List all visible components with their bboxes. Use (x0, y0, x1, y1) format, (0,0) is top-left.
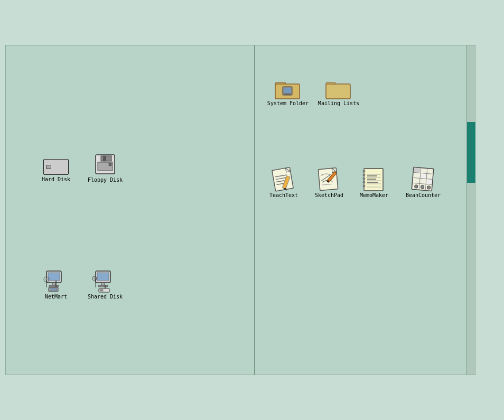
svg-rect-66 (414, 167, 421, 172)
mailing-lists-icon-item[interactable]: Mailing Lists (318, 77, 360, 106)
teachtext-icon-item[interactable]: TeachText (263, 167, 305, 198)
svg-point-69 (414, 185, 418, 189)
hard-disk-label: Hard Disk (42, 176, 70, 182)
svg-rect-6 (48, 273, 60, 281)
svg-rect-7 (52, 283, 55, 285)
memomaker-label: MemoMaker (360, 192, 388, 198)
memomaker-icon-item[interactable]: MemoMaker (353, 167, 395, 198)
sketchpad-label: SketchPad (315, 192, 343, 198)
mailing-lists-label: Mailing Lists (318, 100, 359, 106)
svg-point-70 (421, 185, 424, 189)
svg-rect-29 (284, 94, 291, 95)
teachtext-icon (271, 167, 296, 191)
svg-rect-45 (364, 169, 383, 191)
beancounter-icon (410, 167, 436, 191)
beancounter-icon-item[interactable]: BeanCounter (402, 167, 444, 198)
left-panel: Hard Disk (6, 45, 254, 375)
floppy-disk-label: Floppy Disk (88, 177, 123, 183)
sketchpad-icon-item[interactable]: SketchPad (308, 167, 350, 198)
svg-rect-68 (426, 180, 432, 184)
netmart-label: NetMart (45, 294, 67, 300)
hard-disk-icon-item[interactable]: Hard Disk (35, 159, 77, 182)
sketchpad-icon (316, 167, 342, 191)
svg-rect-17 (101, 283, 105, 285)
system-folder-icon-item[interactable]: System Folder (267, 77, 309, 106)
svg-rect-8 (49, 285, 59, 287)
svg-rect-11 (50, 288, 57, 291)
system-folder-icon (274, 77, 302, 99)
scrollbar[interactable] (466, 45, 475, 375)
shared-disk-icon (91, 270, 119, 293)
shared-disk-icon-item[interactable]: Shared Disk (84, 270, 126, 300)
svg-rect-21 (100, 290, 103, 291)
svg-rect-4 (109, 163, 111, 166)
svg-point-23 (94, 277, 96, 279)
svg-rect-28 (284, 88, 291, 93)
netmart-icon (42, 270, 70, 293)
svg-rect-3 (103, 156, 106, 161)
netmart-icon-item[interactable]: NetMart (35, 270, 77, 300)
memomaker-icon (361, 167, 387, 191)
right-panel: System Folder Mailing Lists (255, 45, 475, 375)
beancounter-label: BeanCounter (406, 192, 441, 198)
svg-rect-16 (97, 273, 109, 281)
hard-disk-icon (43, 159, 69, 175)
floppy-disk-icon (94, 154, 116, 176)
system-folder-label: System Folder (267, 100, 309, 106)
scrollbar-thumb[interactable] (467, 122, 475, 183)
svg-point-71 (427, 186, 431, 190)
shared-disk-label: Shared Disk (88, 294, 123, 300)
floppy-disk-icon-item[interactable]: Floppy Disk (84, 154, 126, 183)
mailing-lists-icon (325, 77, 352, 99)
svg-rect-18 (98, 285, 108, 287)
svg-rect-31 (326, 84, 350, 99)
svg-rect-67 (421, 174, 426, 179)
